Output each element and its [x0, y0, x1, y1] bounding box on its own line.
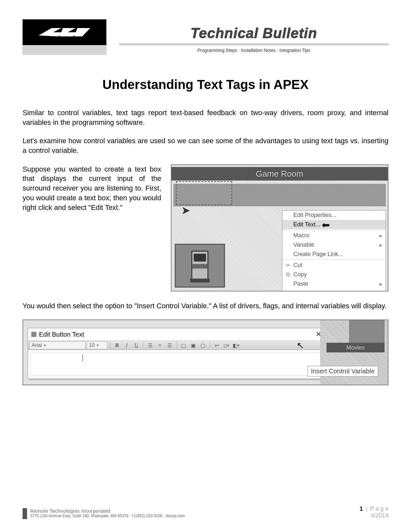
menu-paste[interactable]: Paste▸	[282, 279, 386, 289]
document-title: Understanding Text Tags in APEX	[23, 77, 388, 92]
valign-middle-button[interactable]: ▣	[189, 341, 197, 349]
wrap-button[interactable]: ↩	[212, 341, 221, 349]
rti-logo	[23, 19, 106, 45]
title-rule	[119, 43, 388, 45]
menu-create-page-link[interactable]: Create Page Link...	[282, 250, 386, 259]
rti-logo-icon	[35, 24, 93, 40]
chevron-down-icon: ▾	[97, 343, 99, 348]
paragraph-1: Similar to control variables, text tags …	[23, 108, 388, 127]
logo-box	[23, 19, 106, 55]
cursor-icon: ↖	[297, 340, 304, 351]
text-cursor	[83, 354, 83, 361]
menu-edit-text[interactable]: Edit Text...	[282, 220, 386, 229]
page-footer: Remote Technologies Incorporated 5775 12…	[23, 506, 388, 519]
svg-rect-3	[190, 279, 210, 282]
insert-variable-button[interactable]: ◧▾	[232, 341, 240, 349]
room-title: Game Room	[171, 167, 388, 181]
edit-button-text-dialog: Edit Button Text ✕ Arial ▾ 10 ▾ B I U ☰	[28, 328, 325, 379]
selected-textbox[interactable]	[176, 181, 232, 205]
svg-rect-2	[192, 264, 207, 269]
screenshot-context-menu: Game Room ➤ Edit Properties... Edit Text…	[171, 164, 388, 291]
align-center-button[interactable]: ≡	[156, 341, 164, 349]
context-menu: Edit Properties... Edit Text... Macro▸ V…	[282, 210, 386, 291]
paragraph-4: You would then select the option to "Ins…	[23, 301, 388, 311]
footer-address: 5775 12th Avenue East, Suite 180, Shakop…	[30, 514, 185, 518]
font-size-value: 10	[89, 342, 95, 348]
valign-bottom-button[interactable]: ▢	[199, 341, 207, 349]
logo-texture	[23, 45, 106, 55]
menu-variable[interactable]: Variable▸	[282, 240, 386, 250]
footer-block-icon	[23, 508, 27, 519]
font-value: Arial	[32, 342, 42, 348]
color-button[interactable]: ◇▾	[222, 341, 230, 349]
popcorn-thumbnail	[349, 320, 385, 343]
underline-button[interactable]: U	[132, 341, 141, 349]
bulletin-title: Technical Bulletin	[119, 25, 388, 41]
text-input-area[interactable]	[31, 353, 322, 376]
page-label: P a g e	[370, 506, 388, 512]
chevron-down-icon: ▾	[227, 343, 229, 348]
header-title-box: Technical Bulletin Programming Steps · I…	[119, 19, 388, 53]
chevron-down-icon: ▾	[238, 343, 240, 348]
pointer-arrow-icon: ➤	[181, 204, 190, 217]
chevron-right-icon: ▸	[379, 232, 382, 239]
align-right-button[interactable]: ☰	[165, 341, 174, 349]
align-left-button[interactable]: ☰	[146, 341, 154, 349]
arcade-thumbnail[interactable]	[175, 244, 225, 288]
menu-edit-properties[interactable]: Edit Properties...	[282, 211, 386, 220]
text-toolbar: Arial ▾ 10 ▾ B I U ☰ ≡ ☰ ▢ ▣ ▢	[28, 340, 325, 350]
dialog-title: Edit Button Text	[39, 331, 84, 338]
callout-arrow-icon: ⬅	[322, 219, 330, 231]
paragraph-3: Suppose you wanted to create a text box …	[23, 164, 161, 291]
valign-top-button[interactable]: ▢	[179, 341, 188, 349]
italic-button[interactable]: I	[122, 341, 131, 349]
svg-rect-1	[194, 254, 206, 261]
document-header: Technical Bulletin Programming Steps · I…	[23, 19, 388, 55]
arcade-icon	[185, 248, 214, 283]
movies-label[interactable]: Movies	[327, 343, 385, 352]
menu-copy[interactable]: ⧉Copy	[282, 270, 386, 279]
chevron-down-icon: ▾	[44, 343, 46, 348]
cut-icon: ✂	[285, 262, 291, 269]
dialog-icon	[31, 332, 36, 337]
copy-icon: ⧉	[285, 271, 291, 278]
chevron-right-icon: ▸	[379, 281, 382, 288]
chevron-right-icon: ▸	[379, 241, 382, 249]
menu-macro[interactable]: Macro▸	[282, 231, 386, 240]
footer-company-name: Remote Technologies Incorporated	[30, 508, 185, 514]
tooltip-insert-control-variable: Insert Control Variable	[308, 366, 378, 377]
bold-button[interactable]: B	[113, 341, 121, 349]
bulletin-subtitle: Programming Steps · Installation Notes ·…	[119, 48, 388, 53]
page-number: 1	[360, 506, 363, 512]
font-select[interactable]: Arial ▾	[29, 341, 85, 349]
font-size-select[interactable]: 10 ▾	[87, 341, 107, 349]
menu-delete[interactable]: Delete	[282, 289, 386, 291]
menu-cut[interactable]: ✂Cut	[282, 261, 386, 270]
paragraph-2: Let's examine how control variables are …	[23, 136, 388, 155]
screenshot-edit-button-text: Edit Button Text ✕ Arial ▾ 10 ▾ B I U ☰	[23, 320, 388, 385]
footer-date: 4/2019	[360, 512, 388, 519]
